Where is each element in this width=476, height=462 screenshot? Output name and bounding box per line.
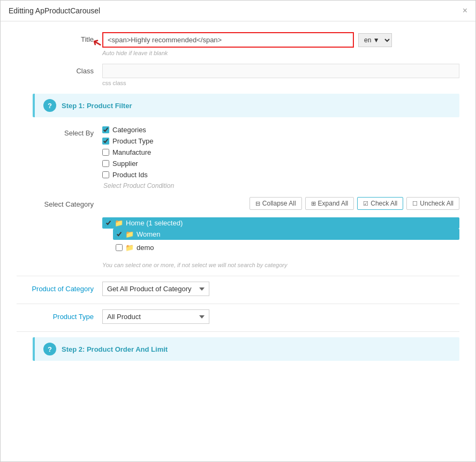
- class-row: Class css class: [17, 64, 459, 86]
- checkbox-manufacture-row: Manufacture: [102, 148, 459, 156]
- select-product-condition-hint: Select Product Condition: [103, 182, 459, 190]
- tree-children-home: 📁 Women 📁 demo: [113, 229, 459, 253]
- step2-banner-wrap: ? Step 2: Product Order And Limit: [33, 337, 459, 361]
- step1-text: Step 1: Product Filter: [62, 102, 132, 110]
- collapse-all-button[interactable]: ⊟ Collapse All: [250, 197, 302, 210]
- checkbox-product-ids-label: Product Ids: [112, 171, 148, 179]
- collapse-icon: ⊟: [255, 200, 260, 207]
- checkbox-supplier-label: Supplier: [112, 160, 138, 168]
- product-of-category-label: Product of Category: [17, 282, 102, 293]
- tree-item-demo[interactable]: 📁 demo: [113, 242, 459, 253]
- folder-icon-demo: 📁: [125, 244, 134, 252]
- dialog-container: Editting ApProductCarousel × Title ➜ en …: [0, 0, 476, 462]
- form-area: Title ➜ en ▼ Auto hide if leave it blank…: [1, 21, 475, 380]
- tree-node-home: 📁 Home (1 selected) 📁 Women: [102, 217, 459, 253]
- title-input[interactable]: [102, 32, 354, 48]
- select-category-area: ⊟ Collapse All ⊞ Expand All ☑ Check All …: [102, 197, 459, 268]
- css-class-hint: css class: [102, 80, 459, 86]
- checkbox-demo[interactable]: [116, 244, 123, 251]
- checkbox-supplier[interactable]: [102, 160, 109, 167]
- product-type-control: All Product Simple Configurable Bundle V…: [102, 309, 459, 324]
- tree-controls: ⊟ Collapse All ⊞ Expand All ☑ Check All …: [102, 197, 459, 210]
- tree-label-demo: demo: [137, 244, 154, 252]
- product-type-select[interactable]: All Product Simple Configurable Bundle V…: [102, 309, 209, 324]
- tree-item-women[interactable]: 📁 Women: [113, 229, 459, 240]
- tree-node-women: 📁 Women: [113, 229, 459, 240]
- check-icon: ☑: [363, 200, 368, 207]
- checkbox-categories[interactable]: [102, 126, 109, 133]
- step1-icon: ?: [43, 99, 56, 112]
- folder-icon-women: 📁: [125, 230, 134, 238]
- select-by-checkboxes: Categories Product Type Manufacture Supp…: [102, 126, 459, 190]
- select-category-label: Select Category: [17, 197, 102, 208]
- check-all-button[interactable]: ☑ Check All: [357, 197, 403, 210]
- checkbox-women[interactable]: [116, 231, 123, 238]
- select-by-row: Select By Categories Product Type Manufa…: [17, 126, 459, 190]
- title-input-wrap: ➜ en ▼: [102, 32, 459, 48]
- uncheck-all-button[interactable]: ☐ Uncheck All: [406, 197, 459, 210]
- checkbox-manufacture-label: Manufacture: [112, 148, 151, 156]
- checkbox-categories-label: Categories: [112, 126, 146, 134]
- product-of-category-select[interactable]: Get All Product of Category Get Only Dir…: [102, 282, 209, 296]
- checkbox-product-ids[interactable]: [102, 171, 109, 178]
- close-button[interactable]: ×: [463, 6, 467, 16]
- category-tree-note: You can select one or more, if not selec…: [102, 262, 459, 268]
- step2-text: Step 2: Product Order And Limit: [62, 345, 168, 353]
- title-label: Title: [17, 32, 102, 43]
- class-label: Class: [17, 64, 102, 75]
- expand-icon: ⊞: [311, 200, 316, 207]
- language-select[interactable]: en ▼: [358, 33, 392, 47]
- product-type-label: Product Type: [17, 309, 102, 321]
- dialog-title-bar: Editting ApProductCarousel ×: [1, 1, 475, 21]
- title-hint: Auto hide if leave it blank: [102, 50, 459, 56]
- class-control-area: css class: [102, 64, 459, 86]
- checkbox-home[interactable]: [105, 219, 112, 226]
- step1-banner: ? Step 1: Product Filter: [33, 94, 459, 117]
- product-type-row: Product Type All Product Simple Configur…: [17, 309, 459, 324]
- checkbox-manufacture[interactable]: [102, 149, 109, 156]
- step2-icon: ?: [43, 343, 56, 355]
- dialog-title-text: Editting ApProductCarousel: [9, 6, 100, 15]
- title-control-area: ➜ en ▼ Auto hide if leave it blank: [102, 32, 459, 56]
- checkbox-product-type-label: Product Type: [112, 137, 153, 145]
- tree-item-home[interactable]: 📁 Home (1 selected): [102, 217, 459, 229]
- tree-label-women: Women: [137, 230, 161, 238]
- step1-banner-wrap: ? Step 1: Product Filter: [33, 94, 459, 117]
- product-of-category-row: Product of Category Get All Product of C…: [17, 282, 459, 296]
- class-input[interactable]: [102, 64, 459, 78]
- checkbox-product-type[interactable]: [102, 138, 109, 145]
- uncheck-icon: ☐: [412, 200, 418, 207]
- select-category-row: Select Category ⊟ Collapse All ⊞ Expand …: [17, 197, 459, 268]
- tree-node-demo: 📁 demo: [113, 242, 459, 253]
- checkbox-supplier-row: Supplier: [102, 160, 459, 168]
- checkbox-product-ids-row: Product Ids: [102, 171, 459, 179]
- folder-icon-home: 📁: [115, 219, 123, 227]
- checkbox-product-type-row: Product Type: [102, 137, 459, 145]
- step2-banner: ? Step 2: Product Order And Limit: [33, 337, 459, 361]
- expand-all-button[interactable]: ⊞ Expand All: [305, 197, 354, 210]
- product-of-category-control: Get All Product of Category Get Only Dir…: [102, 282, 459, 296]
- checkbox-categories-row: Categories: [102, 126, 459, 134]
- select-by-label: Select By: [17, 126, 102, 137]
- tree-label-home: Home (1 selected): [126, 219, 183, 227]
- category-tree: 📁 Home (1 selected) 📁 Women: [102, 214, 459, 259]
- title-row: Title ➜ en ▼ Auto hide if leave it blank: [17, 32, 459, 56]
